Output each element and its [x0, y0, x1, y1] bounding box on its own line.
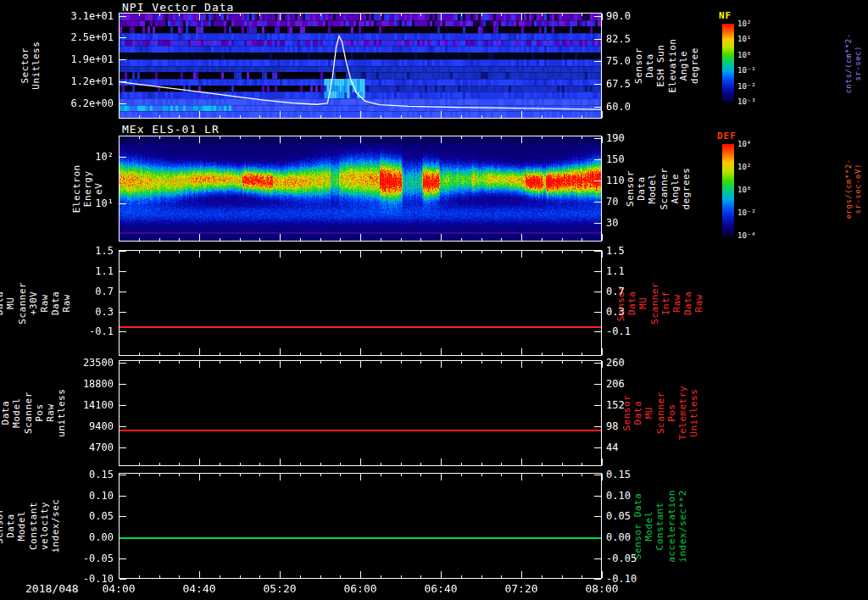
x-tick-mark — [481, 353, 482, 355]
y-tick-label-right: 44 — [606, 442, 618, 453]
x-tick-mark — [119, 571, 120, 578]
x-tick-mark — [139, 115, 140, 118]
x-tick-mark — [240, 353, 241, 355]
x-tick-mark — [220, 251, 220, 253]
x-tick-mark — [381, 115, 381, 118]
x-tick-mark — [340, 361, 341, 364]
y-tick-label-left: -0.1 — [54, 325, 114, 337]
x-tick-mark — [320, 353, 321, 355]
y-tick-mark — [120, 475, 126, 475]
y-tick-mark — [594, 292, 601, 292]
x-tick-mark — [119, 251, 120, 258]
y-tick-mark — [594, 159, 601, 160]
x-tick-mark — [501, 575, 502, 578]
x-tick-mark — [581, 353, 582, 355]
y-tick-mark — [594, 202, 601, 203]
y-tick-label-right: 60.0 — [606, 101, 631, 113]
x-tick-mark — [581, 115, 582, 118]
x-tick-mark — [179, 14, 180, 16]
x-tick-mark — [340, 575, 341, 578]
x-tick-mark — [340, 14, 341, 16]
x-tick-mark — [562, 463, 563, 465]
y-tick-mark — [120, 157, 126, 158]
x-tick-mark — [320, 463, 321, 465]
y-tick-label-right: 0.3 — [606, 306, 625, 318]
x-tick-mark — [259, 575, 260, 578]
x-tick-mark — [220, 474, 220, 476]
tplot-figure: NPI Vector Data MEx ELS-01 LR Sector Uni… — [0, 0, 868, 600]
y-tick-label-right: 0.15 — [606, 469, 631, 481]
panel-model-constant-velocity — [119, 473, 602, 579]
colorbar-tick-label: 10² — [737, 19, 751, 28]
x-tick-mark — [220, 463, 220, 465]
y-tick-label-right: 0.00 — [606, 531, 631, 543]
yaxis-title-left-model-scanner-pos: Sensor Data Model Scanner Pos Raw unitle… — [5, 360, 51, 466]
x-tick-mark — [501, 238, 502, 241]
x-tick-mark — [441, 361, 442, 368]
x-tick-mark — [159, 115, 160, 118]
x-tick-mark — [581, 14, 582, 16]
x-tick-mark — [481, 136, 482, 139]
x-tick-mark — [521, 234, 522, 241]
y-tick-label-right: -0.05 — [606, 553, 637, 564]
x-tick-mark — [220, 136, 220, 139]
x-tick-mark — [521, 136, 522, 143]
x-tick-mark — [340, 463, 341, 465]
x-tick-mark — [360, 111, 361, 118]
x-tick-mark — [542, 14, 542, 16]
x-tick-mark — [381, 575, 381, 578]
x-tick-mark — [542, 238, 542, 241]
y-tick-mark — [594, 107, 601, 108]
x-tick-label: 04:00 — [93, 582, 144, 595]
x-tick-mark — [521, 14, 522, 20]
x-tick-mark — [602, 571, 603, 578]
x-tick-mark — [420, 353, 421, 355]
y-tick-mark — [594, 384, 601, 385]
x-tick-mark — [521, 458, 522, 465]
x-tick-mark — [139, 575, 140, 578]
nf-colorbar — [722, 24, 734, 102]
x-tick-mark — [581, 463, 582, 465]
x-tick-mark — [119, 361, 120, 368]
x-tick-mark — [542, 463, 542, 465]
x-tick-mark — [461, 238, 462, 241]
x-tick-mark — [240, 238, 241, 241]
x-tick-mark — [159, 474, 160, 476]
x-tick-mark — [501, 474, 502, 476]
x-tick-mark — [119, 111, 120, 118]
x-tick-mark — [461, 136, 462, 139]
y-tick-label-right: 30 — [606, 217, 618, 229]
x-tick-mark — [320, 115, 321, 118]
y-tick-mark — [120, 271, 126, 272]
x-tick-mark — [199, 361, 200, 368]
x-tick-mark — [581, 575, 582, 578]
y-tick-label-right: 152 — [606, 399, 625, 411]
x-tick-mark — [139, 238, 140, 241]
y-tick-label-right: 260 — [606, 357, 625, 369]
x-tick-mark — [179, 474, 180, 476]
x-tick-mark — [461, 14, 462, 16]
y-tick-mark — [594, 84, 601, 85]
colorbar-tick-label: 10⁻¹ — [737, 66, 756, 75]
x-tick-mark — [441, 348, 442, 355]
x-tick-mark — [441, 474, 442, 481]
x-tick-mark — [340, 251, 341, 253]
x-tick-mark — [420, 238, 421, 241]
panel-mu-scanner-30v — [119, 250, 602, 356]
x-tick-mark — [360, 348, 361, 355]
x-tick-mark — [259, 115, 260, 118]
x-tick-mark — [381, 238, 381, 241]
x-tick-mark — [199, 136, 200, 143]
x-tick-mark — [501, 361, 502, 364]
x-tick-mark — [119, 234, 120, 241]
x-tick-mark — [581, 251, 582, 253]
x-tick-mark — [461, 115, 462, 118]
x-tick-mark — [360, 251, 361, 258]
panel-title-npi: NPI Vector Data — [122, 1, 234, 14]
x-tick-mark — [542, 575, 542, 578]
x-tick-mark — [199, 571, 200, 578]
x-tick-mark — [441, 234, 442, 241]
x-tick-mark — [521, 361, 522, 368]
y-tick-mark — [594, 331, 601, 332]
y-tick-mark — [120, 363, 126, 364]
